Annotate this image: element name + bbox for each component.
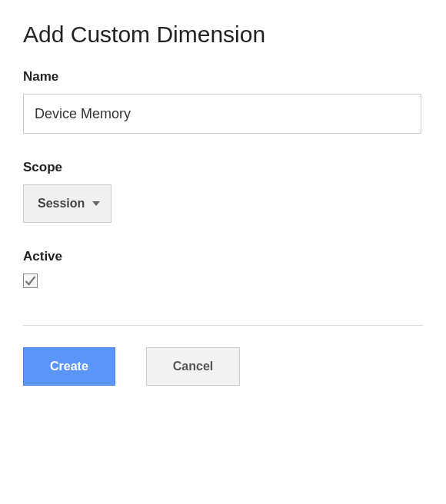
active-label: Active xyxy=(23,249,423,264)
svg-marker-0 xyxy=(92,201,100,206)
create-button[interactable]: Create xyxy=(23,347,115,386)
button-row: Create Cancel xyxy=(23,347,423,386)
scope-label: Scope xyxy=(23,160,423,175)
scope-dropdown[interactable]: Session xyxy=(23,184,112,223)
chevron-down-icon xyxy=(92,201,100,206)
scope-dropdown-label: Session xyxy=(38,197,85,211)
name-input[interactable] xyxy=(23,94,421,134)
page-title: Add Custom Dimension xyxy=(23,22,423,48)
active-field-group: Active xyxy=(23,249,423,288)
divider xyxy=(23,325,423,326)
scope-field-group: Scope Session xyxy=(23,160,423,223)
active-checkbox[interactable] xyxy=(23,274,38,288)
name-label: Name xyxy=(23,69,423,85)
name-field-group: Name xyxy=(23,69,423,134)
check-icon xyxy=(25,276,36,286)
cancel-button[interactable]: Cancel xyxy=(146,347,240,386)
